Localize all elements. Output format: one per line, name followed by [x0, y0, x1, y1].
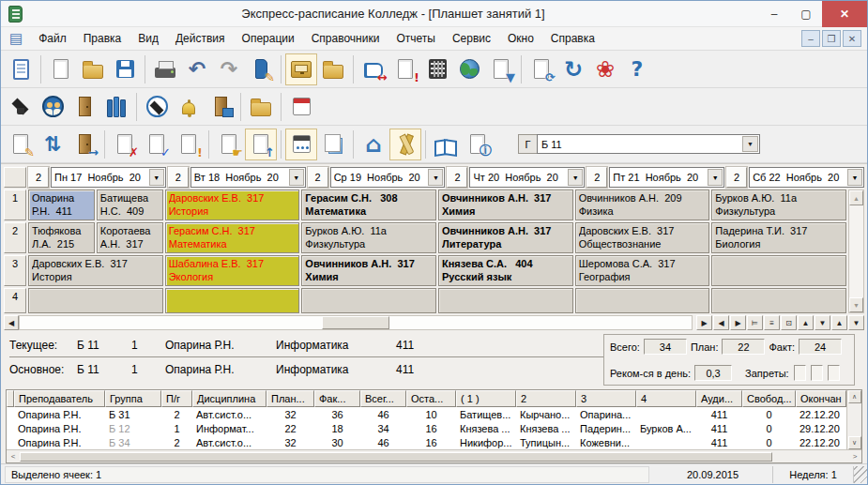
- schedule-cell[interactable]: ОпаринаР.Н. 411: [28, 189, 95, 220]
- move-up-lesson-button[interactable]: ↑: [245, 129, 277, 160]
- schedule-cell[interactable]: Овчинников А.Н. 317Химия: [301, 255, 436, 286]
- table-column-header[interactable]: Свобод...: [742, 390, 796, 407]
- schedule-cell[interactable]: [711, 255, 846, 286]
- table-column-header[interactable]: 2: [516, 390, 576, 407]
- dictionaries-button[interactable]: ↔: [358, 53, 389, 85]
- maximize-button[interactable]: ▢: [790, 4, 822, 24]
- table-column-header[interactable]: План...: [266, 390, 314, 407]
- combo-dropdown-icon[interactable]: ▼: [742, 136, 758, 152]
- help-button[interactable]: ?: [621, 53, 653, 85]
- grid-vertical-scrollbar[interactable]: ▲ ▼: [848, 189, 864, 313]
- table-column-header[interactable]: Группа: [105, 390, 161, 407]
- day-lessons-count[interactable]: 2: [447, 167, 467, 188]
- day-dropdown-icon[interactable]: ▼: [428, 169, 443, 186]
- schedule-cell[interactable]: Даровских Е.В. 317История: [28, 255, 163, 286]
- day-dropdown-icon[interactable]: ▼: [149, 169, 164, 186]
- approve-lesson-button[interactable]: ✓: [141, 129, 173, 160]
- table-row[interactable]: Опарина Р.Н.Б 342Авт.сист.о...32304616Ни…: [7, 435, 846, 449]
- nav-align-button[interactable]: ⊨: [747, 315, 763, 330]
- menu-item-9[interactable]: Окно: [499, 29, 542, 48]
- close-button[interactable]: ✕: [822, 1, 867, 27]
- week-view-button[interactable]: [285, 129, 317, 160]
- schedule-cell[interactable]: [28, 288, 163, 313]
- table-scroll-right-icon[interactable]: >: [848, 451, 861, 462]
- table-column-header[interactable]: Дисциплина: [192, 390, 266, 407]
- menu-item-7[interactable]: Отчеты: [388, 29, 443, 48]
- day-date-combobox[interactable]: Пн 17 Ноябрь 20▼: [51, 167, 166, 188]
- refresh-button[interactable]: ↻: [557, 53, 589, 85]
- schedule-cell[interactable]: [575, 288, 710, 313]
- teachers-button[interactable]: [5, 91, 37, 123]
- table-column-header[interactable]: Фак...: [314, 390, 360, 407]
- card-file-button[interactable]: [285, 53, 317, 85]
- table-scroll-up-icon[interactable]: ∧: [848, 390, 861, 403]
- table-scroll-down-icon[interactable]: ∨: [848, 436, 861, 449]
- lesson-warning-button[interactable]: !: [173, 129, 205, 160]
- pick-lesson-button[interactable]: ☛: [213, 129, 245, 160]
- documents-button[interactable]: [317, 53, 349, 85]
- copy-view-button[interactable]: [317, 129, 349, 160]
- nav-bottom-button[interactable]: ▼: [848, 315, 864, 330]
- schedule-cell[interactable]: Бурков А.Ю. 11аФизкультура: [711, 189, 846, 220]
- schedule-cell[interactable]: Даровских Е.В. 317Обществознание: [575, 222, 710, 253]
- scroll-left-icon[interactable]: ◀: [4, 315, 19, 330]
- nav-top-button[interactable]: ▲: [831, 315, 847, 330]
- open-journal-button[interactable]: [430, 129, 462, 160]
- table-column-header[interactable]: Преподаватель: [14, 390, 105, 407]
- room-equipment-button[interactable]: [205, 91, 236, 123]
- table-column-header[interactable]: ( 1 ): [456, 390, 516, 407]
- day-dropdown-icon[interactable]: ▼: [568, 169, 583, 186]
- schedule-cell[interactable]: [301, 288, 436, 313]
- day-dropdown-icon[interactable]: ▼: [289, 169, 304, 186]
- important-button[interactable]: !: [389, 53, 421, 85]
- home-view-button[interactable]: ⌂: [358, 129, 389, 160]
- menu-item-2[interactable]: Правка: [75, 29, 130, 48]
- table-scroll-left-icon[interactable]: <: [7, 451, 20, 462]
- schedule-cell[interactable]: Овчинников А.Н. 209Физика: [575, 189, 710, 220]
- nav-down-button[interactable]: ▼: [815, 315, 830, 330]
- swap-lessons-button[interactable]: ⇅: [37, 129, 69, 160]
- schedule-cell[interactable]: Овчинников А.Н. 317Литература: [438, 222, 573, 253]
- mdi-button-2[interactable]: ❐: [822, 30, 841, 47]
- delete-lesson-button[interactable]: ✗: [109, 129, 141, 160]
- schedule-cell[interactable]: Герасим С.Н. 308Математика: [301, 189, 436, 220]
- nav-next-group-button[interactable]: ▶: [730, 315, 746, 330]
- nav-next-button[interactable]: ▶: [696, 315, 712, 330]
- menu-item-6[interactable]: Справочники: [303, 29, 388, 48]
- day-lessons-count[interactable]: 2: [726, 167, 747, 188]
- schedule-cell[interactable]: КоротаеваА.Н. 317: [97, 222, 163, 253]
- teacher-load-button[interactable]: [141, 91, 173, 123]
- day-dropdown-icon[interactable]: ▼: [847, 169, 862, 186]
- schedule-cell[interactable]: Князева С.А. 404Русский язык: [438, 255, 573, 286]
- edit-journal-button[interactable]: ✎: [245, 53, 277, 85]
- day-lessons-count[interactable]: 2: [586, 167, 607, 188]
- open-button[interactable]: [77, 53, 109, 85]
- table-scroll-thumb[interactable]: [20, 452, 772, 462]
- new-document-button[interactable]: [45, 53, 77, 85]
- mdi-button-1[interactable]: –: [801, 30, 820, 47]
- day-date-combobox[interactable]: Чт 20 Ноябрь 20▼: [469, 167, 585, 188]
- day-lessons-count[interactable]: 2: [28, 167, 49, 188]
- day-date-combobox[interactable]: Пт 21 Ноябрь 20▼: [609, 167, 724, 188]
- table-column-header[interactable]: 4: [636, 390, 696, 407]
- auditoriums-button[interactable]: [69, 91, 100, 123]
- schedule-cell[interactable]: [711, 288, 846, 313]
- schedule-cell[interactable]: ТюфяковаЛ.А. 215: [28, 222, 95, 253]
- menu-item-3[interactable]: Вид: [129, 29, 167, 48]
- service-flower-button[interactable]: ❀: [589, 53, 621, 85]
- day-date-combobox[interactable]: Сб 22 Ноябрь 20▼: [749, 167, 864, 188]
- day-lessons-count[interactable]: 2: [308, 167, 328, 188]
- scroll-thumb[interactable]: [322, 316, 389, 329]
- schedule-cell[interactable]: БатищеваН.С. 409: [97, 189, 163, 220]
- nav-up-button[interactable]: ▲: [798, 315, 814, 330]
- mdi-button-3[interactable]: ✕: [843, 30, 861, 47]
- table-row[interactable]: Опарина Р.Н.Б 121Информат...22183416Княз…: [7, 421, 846, 435]
- activities-button[interactable]: [173, 91, 205, 123]
- menu-item-5[interactable]: Операции: [234, 29, 303, 48]
- schedule-cell[interactable]: [165, 288, 300, 313]
- nav-list-button[interactable]: ≡: [764, 315, 780, 330]
- table-horizontal-scrollbar[interactable]: < >: [7, 449, 861, 462]
- minimize-button[interactable]: –: [758, 4, 790, 24]
- groups-button[interactable]: [37, 91, 69, 123]
- calculation-button[interactable]: [421, 53, 453, 85]
